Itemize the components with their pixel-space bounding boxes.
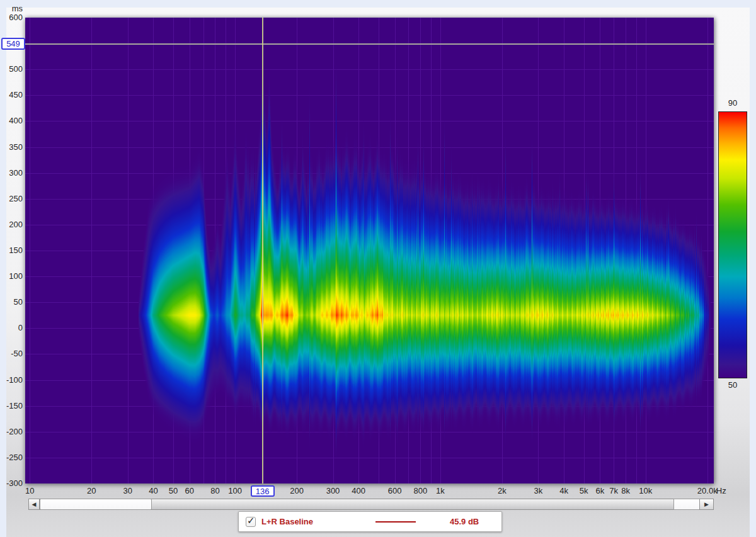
colorbar-max-label: 90 bbox=[718, 98, 747, 108]
spectrogram-canvas[interactable] bbox=[25, 18, 714, 483]
y-tick-label: 250 bbox=[0, 194, 23, 203]
x-tick-label: 10 bbox=[25, 486, 34, 495]
x-tick-label: 200 bbox=[290, 486, 304, 495]
x-tick-label: 50 bbox=[169, 486, 178, 495]
frequency-scrollbar[interactable]: ◀ ▶ bbox=[28, 499, 714, 510]
x-tick-label: 3k bbox=[534, 486, 542, 495]
x-tick-label: 7k bbox=[609, 486, 618, 495]
y-tick-label: -50 bbox=[0, 349, 23, 358]
y-tick-label: 400 bbox=[0, 116, 23, 125]
y-tick-label: 600 bbox=[0, 13, 23, 22]
x-tick-label: 40 bbox=[149, 486, 158, 495]
time-cursor-readout: 549 bbox=[1, 38, 25, 50]
x-tick-label: 1k bbox=[436, 486, 445, 495]
x-tick-label: 5k bbox=[580, 486, 588, 495]
y-tick-label: 150 bbox=[0, 246, 23, 255]
y-tick-label: 0 bbox=[0, 323, 23, 332]
x-tick-label: 4k bbox=[559, 486, 568, 495]
scrollbar-left-arrow-button[interactable]: ◀ bbox=[28, 499, 40, 510]
x-tick-label: 2k bbox=[498, 486, 507, 495]
x-tick-label: 80 bbox=[210, 486, 219, 495]
y-tick-label: -300 bbox=[0, 478, 23, 488]
scrollbar-secondary-thumb[interactable] bbox=[673, 499, 700, 510]
scrollbar-thumb[interactable] bbox=[40, 499, 152, 510]
x-tick-label: 400 bbox=[352, 486, 365, 495]
trace-color-line bbox=[375, 521, 416, 523]
x-tick-label: 600 bbox=[388, 486, 402, 495]
y-tick-label: -200 bbox=[0, 427, 23, 436]
trace-checkbox[interactable]: ✓ bbox=[246, 517, 256, 527]
colorbar-min-label: 50 bbox=[718, 380, 747, 390]
x-tick-label: 60 bbox=[185, 486, 194, 495]
x-tick-label: 6k bbox=[596, 486, 605, 495]
y-tick-label: 300 bbox=[0, 168, 23, 178]
y-tick-label: -250 bbox=[0, 453, 23, 462]
spectrogram-plot[interactable] bbox=[25, 18, 714, 483]
frequency-cursor-line[interactable] bbox=[262, 18, 263, 483]
time-cursor-line[interactable] bbox=[25, 43, 714, 45]
x-tick-label: 20 bbox=[87, 486, 96, 495]
y-axis-unit: ms bbox=[0, 4, 23, 13]
x-axis-unit: Hz bbox=[716, 486, 726, 495]
y-tick-label: -150 bbox=[0, 401, 23, 410]
colorbar: 90 50 bbox=[718, 111, 747, 378]
x-tick-label: 30 bbox=[123, 486, 132, 495]
x-tick-label: 100 bbox=[228, 486, 242, 495]
y-tick-label: 350 bbox=[0, 142, 23, 152]
cursor-level-readout: 45.9 dB bbox=[450, 517, 479, 526]
trace-label[interactable]: L+R Baseline bbox=[261, 517, 313, 526]
legend-bar: ✓ L+R Baseline 45.9 dB bbox=[238, 511, 502, 532]
frequency-cursor-readout: 136 bbox=[251, 485, 275, 497]
y-tick-label: -100 bbox=[0, 375, 23, 385]
colorbar-gradient bbox=[718, 111, 747, 378]
x-tick-label: 300 bbox=[326, 486, 340, 495]
x-tick-label: 20.0k bbox=[697, 486, 718, 495]
y-tick-label: 450 bbox=[0, 90, 23, 99]
y-tick-label: 200 bbox=[0, 220, 23, 229]
checkmark-icon: ✓ bbox=[247, 515, 255, 526]
scrollbar-right-arrow-button[interactable]: ▶ bbox=[699, 499, 714, 510]
y-tick-label: 100 bbox=[0, 271, 23, 281]
x-tick-label: 10k bbox=[639, 486, 652, 495]
y-tick-label: 50 bbox=[0, 297, 23, 307]
y-tick-label: 500 bbox=[0, 64, 23, 74]
x-tick-label: 800 bbox=[413, 486, 427, 495]
x-tick-label: 8k bbox=[621, 486, 630, 495]
